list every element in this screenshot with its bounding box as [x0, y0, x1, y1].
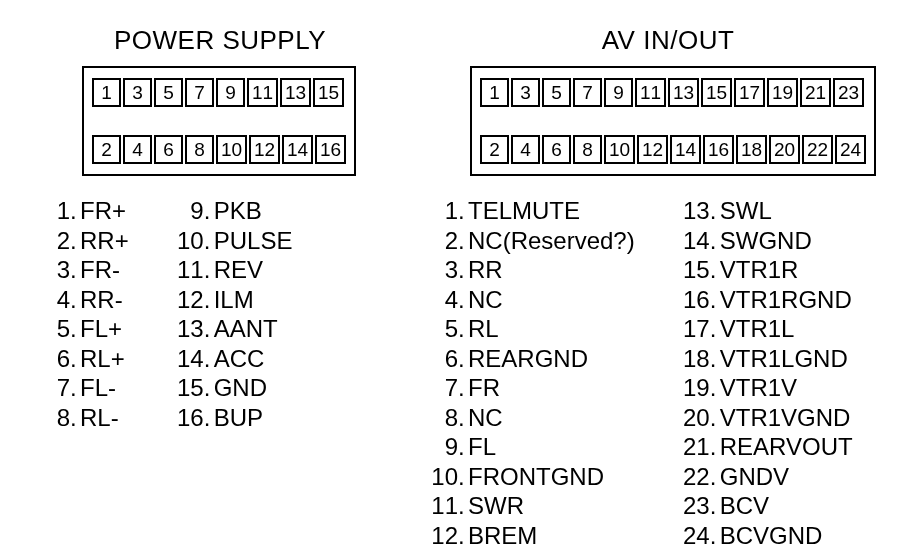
- pin-label: FL+: [80, 314, 122, 344]
- dot: .: [70, 314, 80, 344]
- dot: .: [204, 403, 214, 433]
- av-pin: 13: [668, 78, 699, 107]
- pin-number: 7: [30, 373, 70, 403]
- av-pin: 10: [604, 135, 635, 164]
- av-item: 18. VTR1LGND: [670, 344, 853, 374]
- dot: .: [458, 491, 468, 521]
- power-supply-block: POWER SUPPLY 13579111315 246810121416 1.…: [60, 25, 430, 432]
- av-item: 15. VTR1R: [670, 255, 853, 285]
- pin-label: FR: [468, 373, 500, 403]
- av-pin: 21: [800, 78, 831, 107]
- pin-label: VTR1RGND: [720, 285, 852, 315]
- ps-item: 5. FL+: [30, 314, 129, 344]
- av-item: 14. SWGND: [670, 226, 853, 256]
- ps-item: 11. REV: [164, 255, 293, 285]
- pin-number: 15: [164, 373, 204, 403]
- av-pin: 14: [670, 135, 701, 164]
- pin-label: REARVOUT: [720, 432, 853, 462]
- dot: .: [458, 462, 468, 492]
- av-pin: 8: [573, 135, 602, 164]
- power-supply-lists: 1. FR+2. RR+3. FR-4. RR-5. FL+6. RL+7. F…: [60, 196, 430, 432]
- av-item: 13. SWL: [670, 196, 853, 226]
- pin-label: BREM: [468, 521, 537, 550]
- pin-number: 1: [418, 196, 458, 226]
- pin-number: 6: [30, 344, 70, 374]
- pin-label: SWR: [468, 491, 524, 521]
- power-supply-title: POWER SUPPLY: [60, 25, 380, 56]
- pin-label: FRONTGND: [468, 462, 604, 492]
- av-pin: 15: [701, 78, 732, 107]
- pin-label: RR-: [80, 285, 123, 315]
- pin-number: 12: [418, 521, 458, 550]
- av-bottom-row: 24681012141618202224: [480, 135, 866, 164]
- pin-number: 3: [418, 255, 458, 285]
- power-supply-list-b: 9. PKB10. PULSE11. REV12. ILM13. AANT14.…: [164, 196, 293, 432]
- av-pin: 9: [604, 78, 633, 107]
- dot: .: [458, 344, 468, 374]
- ps-pin: 6: [154, 135, 183, 164]
- pin-number: 17: [670, 314, 710, 344]
- av-pin: 4: [511, 135, 540, 164]
- pin-number: 10: [164, 226, 204, 256]
- power-supply-list-a: 1. FR+2. RR+3. FR-4. RR-5. FL+6. RL+7. F…: [30, 196, 129, 432]
- ps-pin: 9: [216, 78, 245, 107]
- ps-pin: 1: [92, 78, 121, 107]
- dot: .: [458, 432, 468, 462]
- ps-pin: 16: [315, 135, 346, 164]
- pin-label: REARGND: [468, 344, 588, 374]
- ps-item: 4. RR-: [30, 285, 129, 315]
- dot: .: [710, 226, 720, 256]
- pin-number: 4: [418, 285, 458, 315]
- pin-label: AANT: [214, 314, 278, 344]
- pin-label: ACC: [214, 344, 265, 374]
- dot: .: [710, 403, 720, 433]
- dot: .: [458, 285, 468, 315]
- av-item: 11. SWR: [418, 491, 635, 521]
- dot: .: [710, 255, 720, 285]
- dot: .: [458, 196, 468, 226]
- pin-number: 2: [30, 226, 70, 256]
- pin-number: 9: [164, 196, 204, 226]
- pin-number: 8: [418, 403, 458, 433]
- pin-label: VTR1L: [720, 314, 795, 344]
- pin-number: 5: [418, 314, 458, 344]
- ps-item: 8. RL-: [30, 403, 129, 433]
- pinout-diagram: POWER SUPPLY 13579111315 246810121416 1.…: [0, 0, 910, 549]
- dot: .: [458, 373, 468, 403]
- av-connector: 1357911131517192123 24681012141618202224: [470, 66, 876, 176]
- av-item: 10. FRONTGND: [418, 462, 635, 492]
- pin-number: 16: [164, 403, 204, 433]
- ps-item: 14. ACC: [164, 344, 293, 374]
- pin-number: 19: [670, 373, 710, 403]
- pin-label: NC(Reserved?): [468, 226, 635, 256]
- av-item: 16. VTR1RGND: [670, 285, 853, 315]
- ps-pin: 3: [123, 78, 152, 107]
- pin-number: 16: [670, 285, 710, 315]
- pin-label: PKB: [214, 196, 262, 226]
- av-pin: 3: [511, 78, 540, 107]
- pin-label: VTR1R: [720, 255, 799, 285]
- av-top-row: 1357911131517192123: [480, 78, 866, 107]
- av-pin: 17: [734, 78, 765, 107]
- pin-number: 1: [30, 196, 70, 226]
- pin-label: VTR1VGND: [720, 403, 851, 433]
- pin-number: 24: [670, 521, 710, 550]
- pin-label: NC: [468, 403, 503, 433]
- av-pin: 18: [736, 135, 767, 164]
- pin-label: GNDV: [720, 462, 789, 492]
- ps-item: 2. RR+: [30, 226, 129, 256]
- dot: .: [710, 196, 720, 226]
- av-item: 21. REARVOUT: [670, 432, 853, 462]
- dot: .: [70, 196, 80, 226]
- av-pin: 24: [835, 135, 866, 164]
- ps-pin: 14: [282, 135, 313, 164]
- pin-number: 20: [670, 403, 710, 433]
- dot: .: [458, 255, 468, 285]
- pin-label: BUP: [214, 403, 263, 433]
- pin-number: 23: [670, 491, 710, 521]
- pin-number: 21: [670, 432, 710, 462]
- av-item: 19. VTR1V: [670, 373, 853, 403]
- ps-item: 16. BUP: [164, 403, 293, 433]
- dot: .: [204, 255, 214, 285]
- pin-number: 6: [418, 344, 458, 374]
